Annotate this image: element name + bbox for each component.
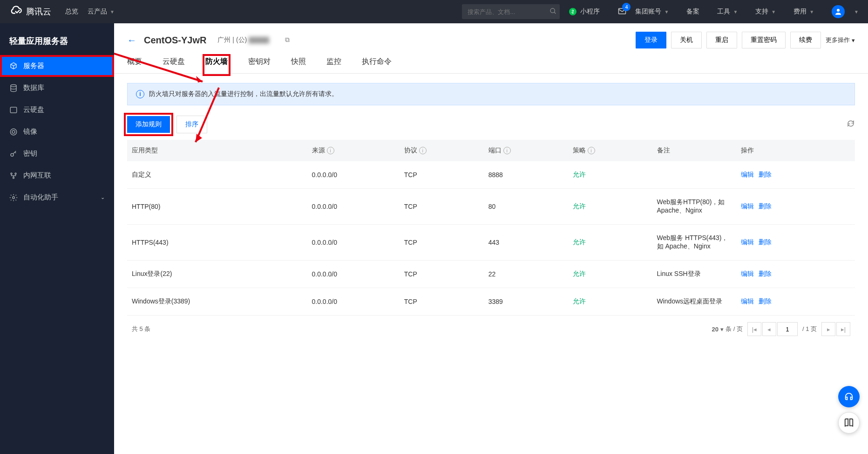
nav-support[interactable]: 支持▼ (755, 7, 776, 16)
help-icon[interactable]: i (588, 147, 595, 154)
sort-button[interactable]: 排序 (176, 116, 207, 133)
docs-float-button[interactable] (838, 412, 860, 433)
more-actions-button[interactable]: 更多操作 ▾ (826, 36, 855, 44)
cell-source: 0.0.0.0/0 (307, 261, 400, 288)
disk-icon (9, 106, 18, 114)
brand-logo[interactable]: 腾讯云 (9, 5, 51, 18)
tab-snapshot[interactable]: 快照 (291, 57, 306, 73)
refresh-icon[interactable] (847, 119, 855, 130)
shutdown-button[interactable]: 关机 (671, 32, 702, 48)
tab-monitor[interactable]: 监控 (326, 57, 341, 73)
tab-firewall[interactable]: 防火墙 (205, 57, 228, 73)
page-last[interactable]: ▸| (836, 322, 850, 336)
cell-policy: 允许 (568, 288, 652, 316)
nav-overview[interactable]: 总览 (65, 7, 78, 16)
main-content: ← CentOS-YJwR 广州 | (公) ▇▇▇▇ ⧉ 登录 关机 重启 重… (114, 23, 868, 454)
login-button[interactable]: 登录 (636, 32, 666, 48)
page-prev[interactable]: ◂ (762, 322, 776, 336)
th-type: 应用类型 (127, 140, 307, 161)
cell-protocol: TCP (400, 161, 484, 189)
page-input[interactable] (777, 322, 798, 336)
sidebar-item-label: 云硬盘 (23, 105, 44, 114)
page-first[interactable]: |◂ (747, 322, 761, 336)
chevron-down-icon: ▾ (852, 37, 855, 44)
delete-link[interactable]: 删除 (759, 171, 772, 178)
nav-beian[interactable]: 备案 (686, 7, 699, 16)
help-icon[interactable]: i (327, 147, 334, 154)
help-icon[interactable]: i (419, 147, 427, 154)
info-icon: i (136, 90, 144, 98)
nav-products[interactable]: 云产品▼ (88, 7, 115, 16)
search-box[interactable] (462, 4, 560, 19)
chevron-down-icon: ▼ (854, 9, 859, 14)
search-icon[interactable] (549, 7, 557, 16)
sidebar-item-label: 内网互联 (23, 171, 51, 180)
delete-link[interactable]: 删除 (759, 297, 772, 305)
th-policy: 策略i (568, 140, 652, 161)
table-row: Windows登录(3389)0.0.0.0/0TCP3389允许Windows… (127, 288, 855, 316)
svg-point-13 (13, 196, 15, 199)
tab-keypair[interactable]: 密钥对 (248, 57, 271, 73)
nav-tools[interactable]: 工具▼ (717, 7, 738, 16)
sidebar-item-automation[interactable]: 自动化助手 ⌄ (0, 186, 114, 208)
delete-link[interactable]: 删除 (759, 270, 772, 277)
tab-overview[interactable]: 概要 (127, 57, 142, 73)
chevron-down-icon: ▼ (664, 9, 669, 14)
svg-point-0 (550, 8, 555, 13)
svg-point-10 (11, 173, 12, 174)
sidebar-item-label: 数据库 (23, 83, 44, 92)
sidebar-item-server[interactable]: 服务器 (0, 55, 114, 77)
nav-miniprogram[interactable]: 小程序 (569, 7, 600, 16)
edit-link[interactable]: 编辑 (741, 202, 754, 210)
help-icon[interactable]: i (503, 147, 511, 154)
tab-content: i 防火墙只对服务器的入流量进行控制，出流量默认允许所有请求。 添加规则 排序 … (114, 74, 868, 352)
svg-rect-5 (10, 107, 17, 113)
sidebar-item-network[interactable]: 内网互联 (0, 165, 114, 186)
page-total: / 1 页 (799, 325, 821, 333)
edit-link[interactable]: 编辑 (741, 238, 754, 246)
sidebar-item-disk[interactable]: 云硬盘 (0, 99, 114, 121)
ip-blurred: ▇▇▇▇ (249, 36, 281, 43)
banner-text: 防火墙只对服务器的入流量进行控制，出流量默认允许所有请求。 (149, 90, 338, 98)
page-next[interactable]: ▸ (821, 322, 835, 336)
top-header: 腾讯云 总览 云产品▼ 小程序 4 集团账号▼ 备案 工具▼ 支持▼ 费用▼ ▼ (0, 0, 868, 23)
search-input[interactable] (468, 8, 546, 15)
edit-link[interactable]: 编辑 (741, 270, 754, 277)
renew-button[interactable]: 续费 (790, 32, 821, 48)
mail-badge: 4 (622, 3, 631, 11)
copy-icon[interactable]: ⧉ (285, 36, 290, 43)
sidebar-item-image[interactable]: 镜像 (0, 121, 114, 143)
table-row: 自定义0.0.0.0/0TCP8888允许编辑删除 (127, 161, 855, 189)
chevron-down-icon: ▼ (771, 9, 776, 14)
cell-protocol: TCP (400, 288, 484, 316)
svg-point-12 (13, 177, 14, 179)
svg-point-7 (10, 129, 17, 135)
edit-link[interactable]: 编辑 (741, 297, 754, 305)
support-float-button[interactable] (838, 386, 860, 407)
cell-type: Linux登录(22) (127, 261, 307, 288)
add-rule-button[interactable]: 添加规则 (127, 116, 170, 133)
key-icon (9, 150, 18, 158)
headset-icon (844, 392, 854, 402)
svg-point-3 (837, 9, 840, 12)
reset-password-button[interactable]: 重置密码 (742, 32, 786, 48)
tab-command[interactable]: 执行命令 (362, 57, 392, 73)
delete-link[interactable]: 删除 (759, 238, 772, 246)
restart-button[interactable]: 重启 (706, 32, 737, 48)
page-size-select[interactable]: 20▾ 条 / 页 (712, 325, 743, 333)
mail-button[interactable]: 4 (617, 7, 627, 17)
edit-link[interactable]: 编辑 (741, 171, 754, 178)
back-button[interactable]: ← (127, 35, 136, 46)
delete-link[interactable]: 删除 (759, 202, 772, 210)
nav-cost[interactable]: 费用▼ (793, 7, 814, 16)
sidebar-item-key[interactable]: 密钥 (0, 143, 114, 165)
nav-account[interactable]: 集团账号▼ (635, 7, 669, 16)
tabs: 概要 云硬盘 防火墙 密钥对 快照 监控 执行命令 (114, 48, 868, 74)
th-remark: 备注 (652, 140, 736, 161)
svg-point-8 (12, 131, 15, 133)
tab-disk[interactable]: 云硬盘 (163, 57, 185, 73)
avatar[interactable] (832, 5, 845, 18)
sidebar-item-database[interactable]: 数据库 (0, 77, 114, 99)
cell-port: 8888 (484, 161, 568, 189)
sidebar-title: 轻量应用服务器 (0, 29, 114, 55)
